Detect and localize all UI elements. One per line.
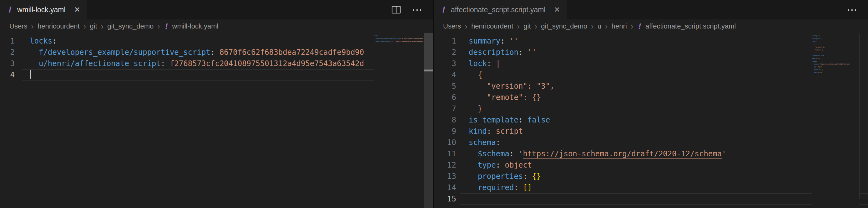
code-line[interactable]: schema: bbox=[460, 137, 868, 148]
breadcrumb-item[interactable]: u bbox=[597, 22, 601, 30]
code-token: {} bbox=[532, 172, 541, 181]
code-token: : bbox=[52, 37, 57, 46]
code-line[interactable]: summary: '' bbox=[460, 35, 868, 47]
code-token: schema bbox=[469, 138, 496, 147]
code-line[interactable]: lock: | bbox=[460, 58, 868, 69]
code-line-row: 3lock: | bbox=[434, 58, 868, 69]
chevron-right-icon: › bbox=[591, 22, 594, 30]
minimap-line: required: [] bbox=[812, 71, 859, 74]
minimap-line: $schema: 'https://json-schema.org/draft/… bbox=[812, 63, 859, 66]
minimap-token: "version": "3", bbox=[815, 46, 825, 48]
yaml-warning-icon: ! bbox=[165, 22, 168, 31]
code-line-row: 1summary: '' bbox=[434, 35, 868, 47]
code-line[interactable]: kind: script bbox=[460, 126, 868, 137]
breadcrumb-item[interactable]: Users bbox=[9, 22, 27, 30]
code-line-row: 4 bbox=[0, 69, 433, 80]
code-token bbox=[491, 59, 496, 68]
minimap-token: summary bbox=[812, 35, 817, 37]
breadcrumb-item[interactable]: git bbox=[90, 22, 97, 30]
line-number: 13 bbox=[434, 171, 460, 182]
line-number: 3 bbox=[0, 58, 22, 69]
breadcrumb-file[interactable]: wmill-lock.yaml bbox=[172, 22, 219, 30]
code-token bbox=[165, 59, 169, 68]
minimap-line: f/developers_example/supportive_script: … bbox=[374, 37, 424, 40]
indent-guide bbox=[478, 92, 487, 103]
minimap-token: object bbox=[818, 66, 822, 68]
minimap[interactable]: locks: f/developers_example/supportive_s… bbox=[374, 34, 424, 208]
code-line[interactable] bbox=[22, 69, 433, 80]
code-line[interactable]: locks: bbox=[22, 35, 433, 47]
code-line-row: 2f/developers_example/supportive_script:… bbox=[0, 47, 433, 58]
tab-bar-actions: ⋯ bbox=[391, 0, 433, 20]
code-line[interactable]: { bbox=[460, 69, 868, 80]
code-line[interactable]: is_template: false bbox=[460, 114, 868, 126]
breadcrumb-file[interactable]: affectionate_script.script.yaml bbox=[645, 22, 736, 30]
breadcrumb-item[interactable]: henricourdent bbox=[471, 22, 514, 30]
tab-bar: ! affectionate_script.script.yaml ✕ ⋯ bbox=[434, 0, 868, 20]
close-icon[interactable]: ✕ bbox=[74, 6, 80, 14]
breadcrumb-item[interactable]: henri bbox=[612, 22, 627, 30]
minimap-token: | bbox=[816, 41, 817, 42]
minimap-token: false bbox=[821, 55, 824, 56]
code-line[interactable]: $schema: 'https://json-schema.org/draft/… bbox=[460, 148, 868, 159]
minimap-line: { bbox=[812, 43, 859, 46]
breadcrumb-item[interactable]: henricourdent bbox=[37, 22, 80, 30]
code-token: : bbox=[496, 138, 500, 147]
minimap-line: locks: bbox=[374, 34, 424, 37]
minimap-line: properties: {} bbox=[812, 68, 859, 71]
minimap-token: : bbox=[378, 35, 378, 37]
code-token: : bbox=[487, 127, 491, 136]
line-number: 4 bbox=[0, 69, 22, 80]
split-editor-icon[interactable] bbox=[391, 5, 401, 15]
chevron-right-icon: › bbox=[605, 22, 608, 30]
breadcrumb-item[interactable]: Users bbox=[443, 22, 461, 30]
minimap-line: "remote": {} bbox=[812, 49, 859, 51]
minimap-token: u/henri/affectionate_script bbox=[375, 41, 393, 42]
code-token: } bbox=[478, 104, 482, 113]
indent-guide bbox=[469, 159, 478, 171]
breadcrumb-item[interactable]: git_sync_demo bbox=[107, 22, 154, 30]
close-icon[interactable]: ✕ bbox=[554, 6, 560, 14]
indent-guide bbox=[469, 92, 478, 103]
scrollbar[interactable] bbox=[424, 33, 433, 208]
breadcrumb-item[interactable]: git_sync_demo bbox=[541, 22, 587, 30]
line-number: 14 bbox=[434, 182, 460, 193]
code-line[interactable]: "version": "3", bbox=[460, 80, 868, 92]
minimap[interactable]: summary: ''description: ''lock: | { "ver… bbox=[812, 34, 859, 208]
code-token bbox=[491, 127, 496, 136]
code-token: : bbox=[519, 115, 523, 124]
code-line[interactable]: type: object bbox=[460, 159, 868, 171]
code-line-row: 5"version": "3", bbox=[434, 80, 868, 92]
minimap-token: locks bbox=[374, 35, 378, 37]
code-token: description bbox=[469, 48, 519, 57]
scrollbar-thumb[interactable] bbox=[424, 33, 433, 71]
code-token: is_template bbox=[469, 115, 519, 124]
minimap-line: is_template: false bbox=[812, 54, 859, 57]
code-token: { bbox=[478, 71, 482, 79]
more-actions-icon[interactable]: ⋯ bbox=[847, 4, 857, 15]
code-editor[interactable]: 1locks:2f/developers_example/supportive_… bbox=[0, 33, 433, 208]
code-line[interactable]: required: [] bbox=[460, 182, 868, 193]
minimap-token: 8670f6c62f683bdea72249cadfe9bd90 bbox=[402, 38, 423, 40]
code-editor[interactable]: 1summary: ''2description: ''3lock: |4{5"… bbox=[434, 33, 868, 208]
code-token: f/developers_example/supportive_script bbox=[39, 48, 211, 57]
code-line[interactable]: u/henri/affectionate_script: f2768573cfc… bbox=[22, 58, 433, 69]
minimap-token: script bbox=[816, 58, 820, 59]
code-line[interactable]: description: '' bbox=[460, 47, 868, 58]
breadcrumb-item[interactable]: git bbox=[523, 22, 531, 30]
minimap-token: schema bbox=[812, 60, 816, 62]
code-token: '' bbox=[509, 37, 519, 46]
code-token bbox=[514, 150, 519, 158]
code-line[interactable]: } bbox=[460, 103, 868, 114]
code-line[interactable]: properties: {} bbox=[460, 171, 868, 182]
more-actions-icon[interactable]: ⋯ bbox=[412, 4, 423, 15]
code-line[interactable]: f/developers_example/supportive_script: … bbox=[22, 47, 433, 58]
code-token: 8670f6c62f683bdea72249cadfe9bd90 bbox=[219, 48, 364, 57]
code-line[interactable] bbox=[460, 193, 868, 205]
code-token bbox=[519, 183, 523, 192]
tab-affectionate-script-yaml[interactable]: ! affectionate_script.script.yaml ✕ bbox=[434, 0, 566, 20]
code-line[interactable]: "remote": {} bbox=[460, 92, 868, 103]
tab-wmill-lock-yaml[interactable]: ! wmill-lock.yaml ✕ bbox=[0, 0, 87, 20]
scrollbar[interactable] bbox=[859, 33, 868, 208]
minimap-line: "version": "3", bbox=[812, 46, 859, 49]
